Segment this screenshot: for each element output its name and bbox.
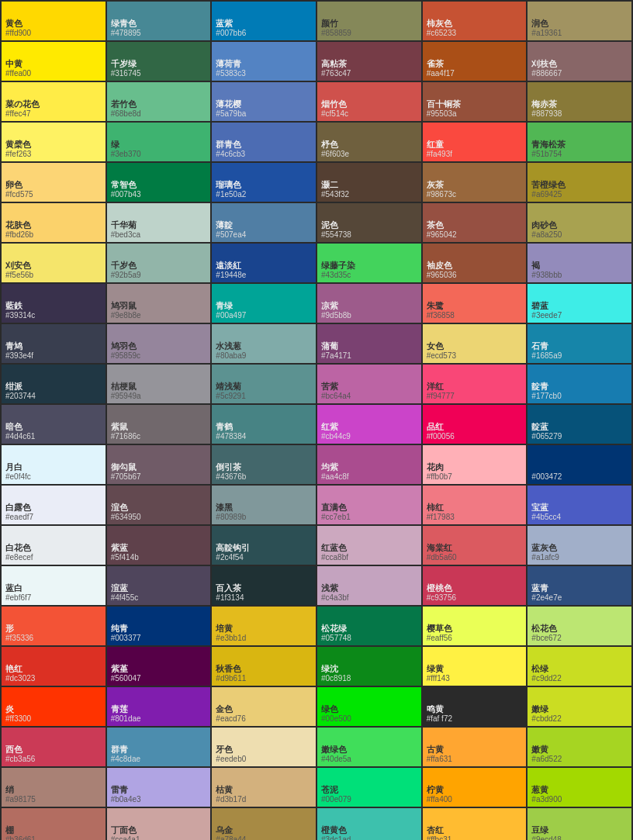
color-cell: 灰茶 #98673c xyxy=(423,163,527,202)
color-hex: #3eede7 xyxy=(531,311,628,320)
color-cell: 百十铜茶 #95503a xyxy=(423,82,527,121)
color-name: 橙桃色 xyxy=(427,582,523,593)
color-hex: #ebf6f7 xyxy=(5,593,102,602)
color-cell: 金色 #eacd76 xyxy=(212,687,316,726)
color-hex: #fff143 xyxy=(427,674,523,683)
color-hex: #c9dd22 xyxy=(531,674,628,683)
color-hex: #cb44c9 xyxy=(321,432,417,441)
color-name: 碧蓝 xyxy=(531,300,628,311)
color-hex: #cca8bf xyxy=(321,553,417,562)
color-hex: #ffbc31 xyxy=(427,835,523,840)
color-cell: 柿红 #f17983 xyxy=(423,486,527,524)
color-hex: #ecd573 xyxy=(427,351,523,360)
color-name: 袖皮色 xyxy=(427,260,523,271)
color-cell: 棚 #b36d61 xyxy=(2,808,106,840)
color-name: 灏二 xyxy=(321,179,417,190)
color-hex: #965036 xyxy=(427,271,523,279)
color-cell: 葱黄 #a3d900 xyxy=(528,768,631,807)
color-name: 暗色 xyxy=(5,421,102,432)
color-hex: #faf f72 xyxy=(427,714,523,723)
color-hex: #003472 xyxy=(531,472,628,481)
color-cell: 倒引茶 #43676b xyxy=(212,445,316,484)
color-hex: #1f3134 xyxy=(216,593,312,602)
color-name: 绿 xyxy=(111,139,207,150)
color-hex: #db5a60 xyxy=(427,553,523,562)
color-hex: #003377 xyxy=(111,634,207,642)
color-name: 松绿 xyxy=(531,663,628,674)
color-cell: 菜の花色 #ffec47 xyxy=(2,82,106,121)
color-name: 苍泥 xyxy=(321,784,417,795)
color-hex: #507ea4 xyxy=(216,230,312,239)
color-name: 黄檗色 xyxy=(5,139,102,150)
color-cell: 薄靛 #507ea4 xyxy=(212,203,316,242)
color-cell: 高粘茶 #763c47 xyxy=(317,42,421,81)
color-name: 中黄 xyxy=(5,58,102,69)
color-hex: #71686c xyxy=(111,432,207,441)
color-cell: 牙色 #eedeb0 xyxy=(212,728,316,766)
color-hex: #b0a4e3 xyxy=(111,795,207,804)
color-cell: 群青色 #4c6cb3 xyxy=(212,123,316,161)
color-cell: 红紫 #cb44c9 xyxy=(317,405,421,444)
color-name: 泥色 xyxy=(321,220,417,230)
color-name: 均紫 xyxy=(321,461,417,472)
color-cell: 鸣黄 #faf f72 xyxy=(423,687,527,726)
color-hex: #4b5cc4 xyxy=(531,513,628,521)
color-cell: 海棠红 #db5a60 xyxy=(423,526,527,565)
color-cell: 若竹色 #68be8d xyxy=(107,82,211,121)
color-cell: 褐 #938bbb xyxy=(528,244,631,282)
color-hex: #bc64a4 xyxy=(321,392,417,400)
color-name: 桔梗鼠 xyxy=(111,381,207,392)
color-name: 月白 xyxy=(5,461,102,472)
color-hex: #95503a xyxy=(427,109,523,118)
color-name: 蓝白 xyxy=(5,582,102,593)
color-name: 倒引茶 xyxy=(216,461,312,472)
color-name: 红紫 xyxy=(321,421,417,432)
color-cell: 古黄 #ffa631 xyxy=(423,728,527,766)
color-name: 高粘茶 xyxy=(321,58,417,69)
color-hex: #00e079 xyxy=(321,795,417,804)
color-hex: #d9b611 xyxy=(216,674,312,683)
color-name: 绿沈 xyxy=(321,663,417,674)
color-name: 嫩黄 xyxy=(531,744,628,755)
color-hex: #801dae xyxy=(111,714,207,723)
color-cell: 黄色 #ffd900 xyxy=(2,2,106,40)
color-cell: 青海松茶 #51b754 xyxy=(528,123,631,161)
color-name: 紫鼠 xyxy=(111,421,207,432)
color-cell: 直满色 #cc7eb1 xyxy=(317,486,421,524)
color-hex: #aa4c8f xyxy=(321,472,417,481)
color-cell: 绿色 #00e500 xyxy=(317,687,421,726)
color-name: 洋红 xyxy=(427,381,523,392)
color-cell: 嫩黄 #a6d522 xyxy=(528,728,631,766)
color-hex: #fcd575 xyxy=(5,190,102,199)
color-hex: #478895 xyxy=(111,29,207,37)
color-hex: #a98175 xyxy=(5,795,102,804)
color-hex: #dc3023 xyxy=(5,674,102,683)
color-name: 群青色 xyxy=(216,139,312,150)
color-cell: 紫鼠 #71686c xyxy=(107,405,211,444)
color-hex: #5a79ba xyxy=(216,109,312,118)
color-name: 紫蓝 xyxy=(111,542,207,553)
color-name: 鸠羽鼠 xyxy=(111,300,207,311)
color-name: 嫩绿色 xyxy=(321,744,417,755)
color-hex: #858859 xyxy=(321,29,417,37)
color-name: 藍鉄 xyxy=(5,300,102,311)
color-cell: 苍泥 #00e079 xyxy=(317,768,421,807)
color-name: 靛青 xyxy=(531,381,628,392)
color-hex: #d3b17d xyxy=(216,795,312,804)
color-name: 培黄 xyxy=(216,623,312,634)
color-cell: 浅紫 #c4a3bf xyxy=(317,566,421,605)
color-cell: 炎 #ff3300 xyxy=(2,687,106,726)
color-name: 高靛钩引 xyxy=(216,542,312,553)
color-name: 松花色 xyxy=(531,623,628,634)
color-name: 卵色 xyxy=(5,179,102,190)
color-hex: #4c8dae xyxy=(111,755,207,763)
color-cell: 青绿 #00a497 xyxy=(212,284,316,323)
color-cell: 鸠羽鼠 #9e8b8e xyxy=(107,284,211,323)
color-cell: 松花绿 #057748 xyxy=(317,607,421,645)
color-hex: #a3d900 xyxy=(531,795,628,804)
color-hex: #f5e56b xyxy=(5,271,102,279)
color-cell: 水浅葱 #80aba9 xyxy=(212,324,316,363)
color-name: 薄靛 xyxy=(216,220,312,230)
color-name: 梅赤茶 xyxy=(531,99,628,109)
color-cell: 雷青 #b0a4e3 xyxy=(107,768,211,807)
